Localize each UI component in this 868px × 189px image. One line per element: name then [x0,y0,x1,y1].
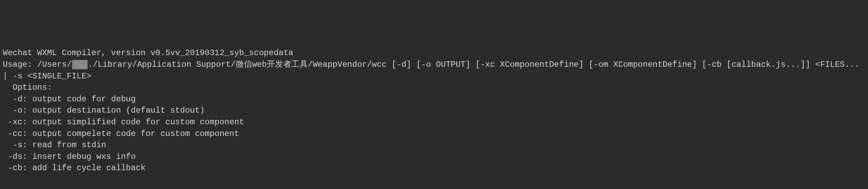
option-cc: -cc: output compelete code for custom co… [3,128,865,140]
terminal-output: Wechat WXML Compiler, version v0.5vv_201… [3,47,865,174]
option-s: -s: read from stdin [3,139,865,151]
usage-line: Usage: /Users/▓▓▓./Library/Application S… [3,59,865,82]
redacted-username: ▓▓▓ [72,60,88,69]
option-cb: -cb: add life cycle callback [3,162,865,174]
option-o: -o: output destination (default stdout) [3,105,865,116]
compiler-title-line: Wechat WXML Compiler, version v0.5vv_201… [3,47,865,59]
usage-suffix: ./Library/Application Support/微信web开发者工具… [3,60,865,81]
option-xc: -xc: output simplified code for custom c… [3,116,865,128]
option-d: -d: output code for debug [3,93,865,105]
option-ds: -ds: insert debug wxs info [3,151,865,163]
options-header: Options: [3,82,865,93]
usage-prefix: Usage: /Users/ [3,60,72,69]
